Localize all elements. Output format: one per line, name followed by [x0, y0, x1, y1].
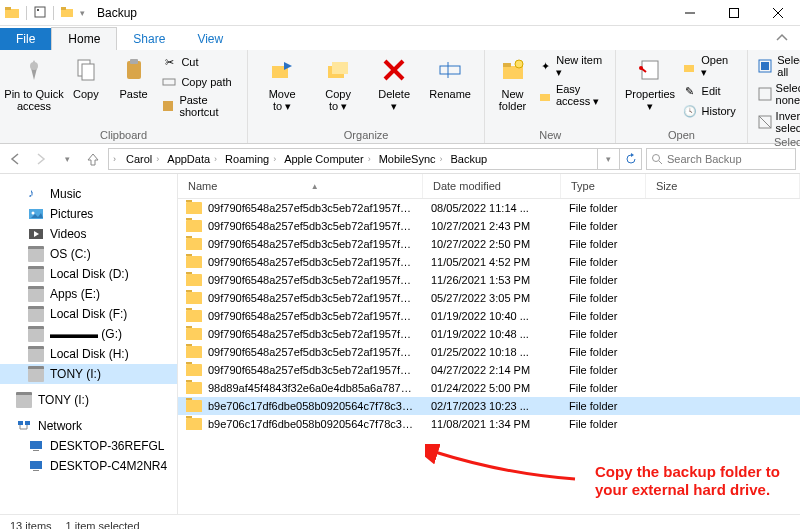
table-row[interactable]: 09f790f6548a257ef5db3c5eb72af1957f3b2a..… [178, 253, 800, 271]
qat-properties-icon[interactable] [33, 5, 47, 21]
group-label-open: Open [622, 129, 740, 143]
table-row[interactable]: 09f790f6548a257ef5db3c5eb72af1957f3b2a..… [178, 235, 800, 253]
edit-button[interactable]: ✎Edit [678, 81, 741, 101]
breadcrumb-item: AppData› [161, 153, 219, 165]
copy-to-button[interactable]: Copy to ▾ [310, 52, 366, 112]
table-row[interactable]: 09f790f6548a257ef5db3c5eb72af1957f3b2a..… [178, 199, 800, 217]
qat-new-folder-icon[interactable] [60, 4, 76, 22]
folder-icon [186, 292, 202, 304]
tree-local-d[interactable]: Local Disk (D:) [0, 264, 177, 284]
table-row[interactable]: 09f790f6548a257ef5db3c5eb72af1957f3b2a..… [178, 307, 800, 325]
tree-local-f[interactable]: Local Disk (F:) [0, 304, 177, 324]
folder-icon [186, 382, 202, 394]
file-explorer-window: ▾ Backup File Home Share View Pin to Qui… [0, 0, 800, 529]
tree-videos[interactable]: Videos [0, 224, 177, 244]
pin-quick-access-button[interactable]: Pin to Quick access [6, 52, 62, 112]
tree-music[interactable]: ♪Music [0, 184, 177, 204]
tree-pc1[interactable]: DESKTOP-36REFGL [0, 436, 177, 456]
breadcrumb-item: Apple Computer› [278, 153, 373, 165]
videos-icon [28, 226, 44, 242]
qat-folder-icon[interactable] [4, 4, 20, 22]
table-row[interactable]: 98d89af45f4843f32e6a0e4db85a6a7878ac4...… [178, 379, 800, 397]
navigation-tree[interactable]: ♪Music Pictures Videos OS (C:) Local Dis… [0, 174, 178, 514]
table-row[interactable]: 09f790f6548a257ef5db3c5eb72af1957f3b2a..… [178, 343, 800, 361]
tree-tony-i[interactable]: TONY (I:) [0, 364, 177, 384]
rename-button[interactable]: Rename [422, 52, 478, 100]
svg-rect-1 [5, 7, 11, 10]
up-button[interactable] [82, 148, 104, 170]
breadcrumb-dropdown[interactable]: ▾ [597, 149, 619, 169]
group-label-organize: Organize [254, 129, 478, 143]
table-row[interactable]: 09f790f6548a257ef5db3c5eb72af1957f3b2a..… [178, 217, 800, 235]
group-label-clipboard: Clipboard [6, 129, 241, 143]
ribbon-collapse-icon[interactable] [764, 28, 800, 50]
tree-apps-e[interactable]: Apps (E:) [0, 284, 177, 304]
search-input[interactable]: Search Backup [646, 148, 796, 170]
tab-share[interactable]: Share [117, 28, 181, 50]
minimize-button[interactable] [668, 0, 712, 26]
pc-icon [28, 438, 44, 454]
svg-point-10 [30, 62, 38, 70]
table-row[interactable]: b9e706c17df6dbe058b0920564c7f78c39314...… [178, 397, 800, 415]
close-button[interactable] [756, 0, 800, 26]
forward-button[interactable] [30, 148, 52, 170]
col-name[interactable]: Name▲ [178, 174, 423, 198]
rows-container: 09f790f6548a257ef5db3c5eb72af1957f3b2a..… [178, 199, 800, 433]
tree-local-h[interactable]: Local Disk (H:) [0, 344, 177, 364]
tree-tony-i-root[interactable]: TONY (I:) [0, 390, 177, 410]
tab-home[interactable]: Home [51, 27, 117, 50]
cut-button[interactable]: ✂Cut [157, 52, 241, 72]
properties-button[interactable]: Properties ▾ [622, 52, 677, 112]
table-row[interactable]: 09f790f6548a257ef5db3c5eb72af1957f3b2a..… [178, 361, 800, 379]
address-bar: ▾ › Carol› AppData› Roaming› Apple Compu… [0, 144, 800, 174]
paste-button[interactable]: Paste [110, 52, 158, 100]
svg-rect-25 [503, 63, 511, 67]
svg-rect-33 [759, 88, 771, 100]
history-button[interactable]: 🕓History [678, 101, 741, 121]
svg-rect-48 [33, 470, 39, 471]
recent-dropdown[interactable]: ▾ [56, 148, 78, 170]
window-title: Backup [97, 6, 137, 20]
tree-pictures[interactable]: Pictures [0, 204, 177, 224]
col-type[interactable]: Type [561, 174, 646, 198]
tab-file[interactable]: File [0, 28, 51, 50]
svg-rect-41 [25, 421, 30, 425]
table-row[interactable]: b9e706c17df6dbe058b0920564c7f78c39314...… [178, 415, 800, 433]
tree-os-c[interactable]: OS (C:) [0, 244, 177, 264]
select-none-button[interactable]: Select none [754, 80, 800, 108]
col-date[interactable]: Date modified [423, 174, 561, 198]
folder-icon [186, 256, 202, 268]
move-to-button[interactable]: Move to ▾ [254, 52, 310, 112]
refresh-button[interactable] [619, 149, 641, 169]
copy-button[interactable]: Copy [62, 52, 110, 100]
svg-rect-0 [5, 9, 19, 18]
back-button[interactable] [4, 148, 26, 170]
tab-view[interactable]: View [181, 28, 239, 50]
delete-button[interactable]: Delete ▾ [366, 52, 422, 112]
tree-pc2[interactable]: DESKTOP-C4M2NR4 [0, 456, 177, 476]
annotation-text: Copy the backup folder to your external … [595, 463, 780, 499]
maximize-button[interactable] [712, 0, 756, 26]
new-item-button[interactable]: ✦New item ▾ [534, 52, 609, 81]
delete-icon [378, 54, 410, 86]
easy-access-button[interactable]: Easy access ▾ [534, 81, 609, 110]
select-all-button[interactable]: Select all [754, 52, 800, 80]
tree-drive-g[interactable]: ▬▬▬▬ (G:) [0, 324, 177, 344]
tree-network[interactable]: Network [0, 416, 177, 436]
col-size[interactable]: Size [646, 174, 800, 198]
copy-path-button[interactable]: Copy path [157, 72, 241, 92]
paste-shortcut-button[interactable]: Paste shortcut [157, 92, 241, 120]
edit-icon: ✎ [682, 83, 698, 99]
svg-rect-15 [163, 79, 175, 85]
new-folder-button[interactable]: New folder [491, 52, 534, 112]
table-row[interactable]: 09f790f6548a257ef5db3c5eb72af1957f3b2a..… [178, 289, 800, 307]
folder-icon [186, 328, 202, 340]
invert-selection-button[interactable]: Invert selection [754, 108, 800, 136]
open-button[interactable]: Open ▾ [678, 52, 741, 81]
table-row[interactable]: 09f790f6548a257ef5db3c5eb72af1957f3b2a..… [178, 271, 800, 289]
table-row[interactable]: 09f790f6548a257ef5db3c5eb72af1957f3b2a..… [178, 325, 800, 343]
breadcrumb-box[interactable]: › Carol› AppData› Roaming› Apple Compute… [108, 148, 642, 170]
qat-dropdown-icon[interactable]: ▾ [80, 8, 85, 18]
svg-rect-30 [684, 65, 694, 72]
svg-rect-7 [730, 8, 739, 17]
